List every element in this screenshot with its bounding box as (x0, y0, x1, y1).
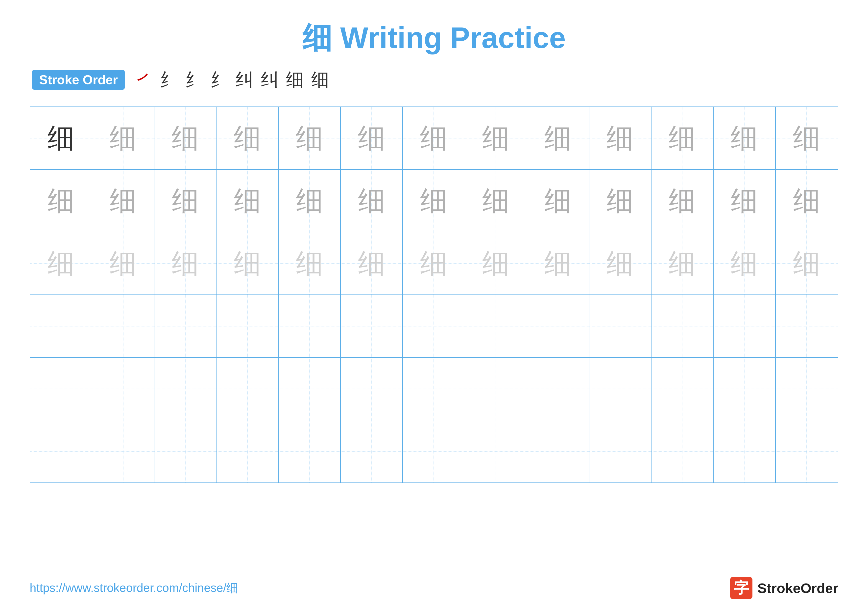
grid-cell[interactable]: 细 (714, 107, 776, 169)
grid-cell[interactable] (651, 358, 714, 420)
grid-cell[interactable] (527, 295, 589, 357)
grid-row-1: 细 细 细 细 细 细 细 细 细 细 细 细 细 (30, 107, 838, 169)
stroke-step-8: 细 (311, 68, 329, 92)
grid-cell[interactable]: 细 (30, 232, 92, 294)
grid-cell[interactable]: 细 (92, 107, 154, 169)
title-section: 细 Writing Practice (30, 20, 838, 56)
grid-cell[interactable]: 细 (30, 169, 92, 232)
grid-cell[interactable]: 细 (465, 232, 527, 294)
grid-cell[interactable] (651, 295, 714, 357)
stroke-order-badge: Stroke Order (32, 70, 125, 90)
grid-cell[interactable] (279, 358, 341, 420)
grid-cell[interactable]: 细 (217, 169, 279, 232)
grid-cell[interactable]: 细 (403, 169, 465, 232)
grid-cell[interactable] (279, 420, 341, 482)
grid-cell[interactable] (527, 420, 589, 482)
grid-cell[interactable]: 细 (92, 232, 154, 294)
grid-cell[interactable] (651, 420, 714, 482)
grid-cell[interactable] (403, 295, 465, 357)
grid-cell[interactable]: 细 (651, 169, 714, 232)
grid-cell[interactable] (527, 358, 589, 420)
grid-cell[interactable] (776, 358, 838, 420)
grid-cell[interactable] (30, 358, 92, 420)
grid-cell[interactable] (589, 295, 651, 357)
stroke-step-2: 纟 (160, 68, 178, 92)
grid-cell[interactable]: 细 (465, 169, 527, 232)
grid-cell[interactable] (341, 358, 403, 420)
grid-cell[interactable] (714, 358, 776, 420)
grid-cell[interactable] (341, 295, 403, 357)
grid-cell[interactable]: 细 (527, 107, 589, 169)
grid-cell[interactable]: 细 (341, 232, 403, 294)
grid-cell[interactable] (92, 358, 154, 420)
grid-cell[interactable] (217, 295, 279, 357)
grid-cell[interactable] (92, 420, 154, 482)
grid-cell[interactable] (714, 420, 776, 482)
grid-cell[interactable]: 细 (589, 232, 651, 294)
stroke-step-4: 纟 (210, 68, 228, 92)
grid-row-3: 细 细 细 细 细 细 细 细 细 细 细 细 细 (30, 232, 838, 295)
grid-cell[interactable]: 细 (527, 232, 589, 294)
grid-cell[interactable]: 细 (154, 107, 217, 169)
grid-cell[interactable] (589, 358, 651, 420)
grid-cell[interactable] (403, 420, 465, 482)
footer-url[interactable]: https://www.strokeorder.com/chinese/细 (30, 580, 238, 596)
grid-cell[interactable]: 细 (154, 169, 217, 232)
grid-cell[interactable]: 细 (279, 107, 341, 169)
grid-cell[interactable]: 细 (776, 107, 838, 169)
grid-cell[interactable] (776, 420, 838, 482)
grid-cell[interactable] (154, 420, 217, 482)
grid-cell[interactable] (92, 295, 154, 357)
grid-cell[interactable] (465, 295, 527, 357)
grid-cell[interactable]: 细 (279, 169, 341, 232)
grid-cell[interactable]: 细 (217, 232, 279, 294)
grid-cell[interactable]: 细 (92, 169, 154, 232)
grid-row-4 (30, 295, 838, 358)
footer: https://www.strokeorder.com/chinese/细 字 … (30, 577, 838, 599)
grid-cell[interactable]: 细 (341, 107, 403, 169)
grid-cell[interactable]: 细 (651, 232, 714, 294)
stroke-step-5: 纠 (236, 68, 253, 92)
grid-row-5 (30, 358, 838, 420)
grid-cell[interactable]: 细 (341, 169, 403, 232)
stroke-steps: ㇒ 纟 纟 纟 纠 纠 细 细 (135, 68, 329, 92)
grid-cell[interactable]: 细 (776, 232, 838, 294)
grid-cell[interactable]: 细 (589, 169, 651, 232)
grid-cell[interactable]: 细 (279, 232, 341, 294)
footer-logo: 字 StrokeOrder (730, 577, 838, 599)
grid-cell[interactable]: 细 (776, 169, 838, 232)
grid-cell[interactable] (279, 295, 341, 357)
grid-cell[interactable]: 细 (465, 107, 527, 169)
grid-cell[interactable] (154, 358, 217, 420)
grid-cell[interactable]: 细 (30, 107, 92, 169)
stroke-order-row: Stroke Order ㇒ 纟 纟 纟 纠 纠 细 细 (30, 68, 838, 92)
grid-row-6 (30, 420, 838, 482)
grid-cell[interactable] (30, 295, 92, 357)
grid-cell[interactable]: 细 (714, 169, 776, 232)
grid-cell[interactable]: 细 (589, 107, 651, 169)
grid-cell[interactable] (217, 420, 279, 482)
logo-text: StrokeOrder (757, 580, 838, 596)
grid-cell[interactable]: 细 (403, 232, 465, 294)
grid-row-2: 细 细 细 细 细 细 细 细 细 细 细 细 细 (30, 169, 838, 232)
stroke-step-3: 纟 (185, 68, 203, 92)
grid-cell[interactable] (465, 420, 527, 482)
grid-cell[interactable] (714, 295, 776, 357)
grid-cell[interactable]: 细 (154, 232, 217, 294)
grid-cell[interactable]: 细 (403, 107, 465, 169)
grid-cell[interactable] (341, 420, 403, 482)
stroke-step-7: 细 (286, 68, 304, 92)
grid-cell[interactable] (776, 295, 838, 357)
grid-cell[interactable]: 细 (651, 107, 714, 169)
grid-cell[interactable] (403, 358, 465, 420)
grid-cell[interactable]: 细 (217, 107, 279, 169)
grid-cell[interactable]: 细 (527, 169, 589, 232)
grid-cell[interactable] (154, 295, 217, 357)
grid-cell[interactable] (30, 420, 92, 482)
grid-cell[interactable]: 细 (714, 232, 776, 294)
grid-cell[interactable] (465, 358, 527, 420)
grid-cell[interactable] (589, 420, 651, 482)
grid-cell[interactable] (217, 358, 279, 420)
stroke-step-1: ㇒ (135, 68, 152, 92)
practice-grid: 细 细 细 细 细 细 细 细 细 细 细 细 细 细 细 细 细 细 细 细 … (30, 107, 838, 483)
